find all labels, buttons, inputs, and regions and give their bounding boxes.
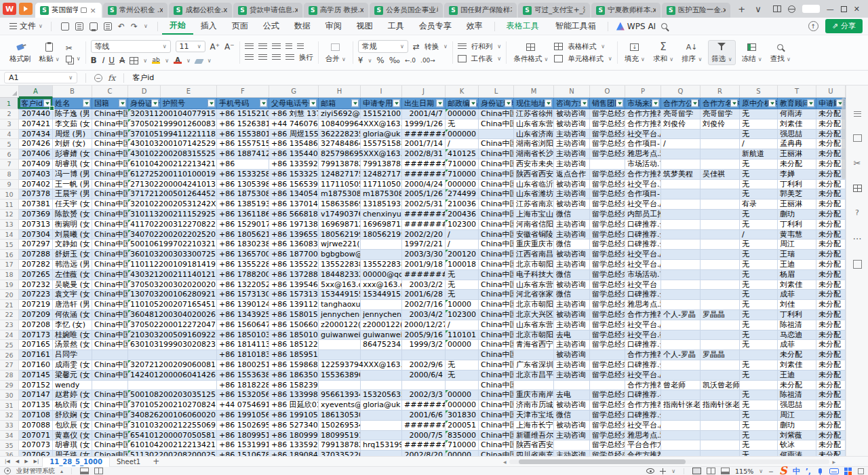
cell[interactable]: 个人-罗晶 [661,350,701,360]
tab-公式[interactable]: 公式 [256,18,287,34]
cell[interactable]: 360481200304020026 [128,310,217,320]
cell[interactable]: / [446,320,479,330]
cell[interactable]: 未分配 [816,421,846,431]
cell[interactable]: 207152 [19,381,53,391]
tab-table-tools[interactable]: 表格工具 [499,18,547,34]
row-number[interactable]: 29 [0,381,19,391]
assistant-icon[interactable] [853,185,862,192]
cell[interactable]: 留学总经办 [590,370,625,381]
cell[interactable]: 冯一博 (男 [53,170,92,180]
cell[interactable]: 孟冉冉 [778,139,816,149]
row-number[interactable]: 34 [0,431,19,441]
cell[interactable] [740,350,778,360]
cell[interactable]: +86 1877000215 [269,250,319,260]
tab-smart-toolbox[interactable]: 智能工具箱 [548,18,604,34]
cell[interactable]: jennychen( [361,310,402,320]
cancel-entry-icon[interactable]: − [94,74,102,82]
cell[interactable]: 未分配 [816,240,846,250]
cell[interactable]: +86 180995192 [217,431,269,441]
cell[interactable]: 2002/2/20 [402,230,446,240]
cell[interactable]: 207232 [19,280,53,290]
cell[interactable]: 无 [740,119,778,130]
cell[interactable]: +86 1355228383 [269,260,319,270]
chevron-up-icon[interactable]: ▴ [60,468,63,474]
cell[interactable]: 留学总经办 [590,180,625,190]
cell[interactable]: China中国 [479,230,514,240]
cell[interactable]: +86 1395464821 [269,280,319,290]
cell[interactable]: 赵君婷 (女 [53,390,92,400]
cell[interactable]: 117110505 [361,180,402,190]
cell[interactable]: 无 [740,411,778,421]
cell[interactable] [661,451,701,456]
cell[interactable]: 654101200007050581 [128,431,217,441]
cell[interactable]: 710000 [446,170,479,180]
cell[interactable]: 留学总经办 [590,300,625,310]
cell[interactable]: 370105199411221118 [128,130,217,140]
cell[interactable]: 410125 [446,149,479,159]
cell[interactable]: 1999/1/26 [402,119,446,130]
tab-插入[interactable]: 插入 [193,18,224,34]
cell[interactable]: 市场活动.市 [625,159,661,170]
cell[interactable]: China中国 [479,431,514,441]
cell[interactable]: China中国 [92,320,128,330]
doc-tab[interactable]: S成都公积金.xlsx [169,3,232,18]
cell[interactable]: 江西省南昌 [514,250,554,260]
cell[interactable]: 何依涵 (女 [53,310,92,320]
cell[interactable]: 370502200012272047 [128,320,217,330]
cell[interactable]: 重庆重庆市 [514,240,554,250]
tab-工具[interactable]: 工具 [380,18,412,34]
cell[interactable]: 曾老师 [661,381,701,391]
cut-button[interactable]: ✂ [66,43,81,53]
cell[interactable]: 无 [740,360,778,370]
cell[interactable] [701,200,740,210]
cell[interactable]: 340702200202202520 [128,230,217,240]
cell[interactable]: +86 139012420 [217,300,269,310]
row-number[interactable]: 26 [0,350,19,360]
cell[interactable] [661,390,701,400]
cell[interactable]: 430321200211140121 [128,270,217,280]
cell[interactable]: ######## [402,270,446,280]
format-painter-button[interactable]: 格式刷 [7,41,33,64]
cell[interactable]: 00000@qq( [361,270,402,280]
cell[interactable]: 个人-罗晶 [661,310,701,320]
cell[interactable]: China中国 [479,119,514,130]
cell[interactable]: 未分配 [816,310,846,320]
cell[interactable]: 110112200109181419 [128,260,217,270]
filter-dropdown-icon[interactable] [580,100,588,107]
restore-button[interactable] [841,6,847,12]
cell[interactable]: 王迪 [778,260,816,270]
cell[interactable]: 留学总经办 [590,189,625,200]
cell[interactable]: 社交平台./ [625,200,661,210]
cell[interactable]: 主动咨询 [554,130,590,140]
cell[interactable]: / [740,230,778,240]
name-box[interactable]: A1∨ [4,72,77,83]
cell[interactable]: China中国 [92,170,128,180]
convert-button[interactable]: ⇄转换∨ [413,42,448,52]
cell[interactable]: +86 187530801 [217,189,269,200]
cell[interactable]: 无 [740,130,778,140]
cell[interactable]: 留学总经办 [590,290,625,300]
cell[interactable]: +86 136570068 [217,250,269,260]
cell[interactable]: China中国 [92,370,128,381]
cell[interactable]: China中国 [479,270,514,280]
cell[interactable]: 153449155 [361,290,402,300]
cell[interactable]: 有录 [740,200,778,210]
cell[interactable]: 主动咨询 [554,149,590,159]
underline-button[interactable]: U [108,56,115,65]
cell[interactable]: 未分配 [816,270,846,280]
cell[interactable]: 未分配 [816,230,846,240]
row-number[interactable]: 25 [0,340,19,350]
cell[interactable]: 留学总经办 [590,440,625,451]
row-number[interactable]: 5 [0,139,19,149]
cell[interactable]: 370503200302020020 [128,280,217,290]
column-header-C[interactable]: C [92,86,128,98]
cell[interactable] [661,230,701,240]
sum-button[interactable]: Σ求和 ∨ [651,41,675,64]
cell[interactable]: 天津市宝坻 [514,411,554,421]
cell[interactable]: China中国 [92,260,128,270]
cell[interactable]: gloria@uk [361,400,402,411]
cell[interactable]: v17490376 [319,210,361,220]
row-number[interactable]: 32 [0,411,19,421]
row-number[interactable]: 2 [0,109,19,119]
tab-list-chevron-icon[interactable]: ∨ [751,4,765,14]
